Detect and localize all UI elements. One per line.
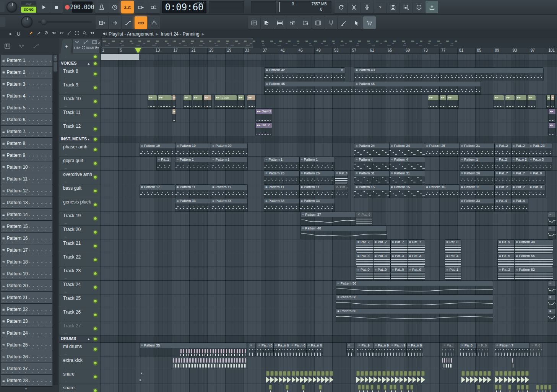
audio-mode-icon[interactable] [19,43,25,50]
playlist-clip[interactable]: ≡Pa..n 9 [373,343,390,356]
playlist-clip[interactable]: ≡Pat..0 [356,267,373,280]
playlist-clip[interactable]: ≡Pattern 1 [264,157,299,170]
track-led[interactable] [93,313,97,317]
track-row[interactable]: Track 8... [59,67,100,81]
snare-hit-clip[interactable] [304,371,308,384]
main-volume-knob[interactable] [6,2,17,12]
playlist-clip[interactable]: ≡Pat..3 [356,254,373,267]
track-led[interactable] [93,189,97,193]
snare-hit-clip[interactable] [356,371,360,384]
playlist-clip[interactable]: ▶▶ [247,95,255,108]
delete-tool[interactable] [43,30,50,37]
snare-hit-clip[interactable] [296,371,300,384]
snare-hit-clip[interactable] [406,385,409,390]
pattern-list-item[interactable]: ≡Pattern 6 [1,114,52,125]
playlist-clip[interactable]: ▶▶ [505,95,515,108]
timeline-ruler[interactable]: 1591317212529333741454953576165697377818… [100,48,557,54]
clip-header[interactable]: ≡Pattern 26 [460,171,494,176]
clip-header[interactable]: ≡Pattern 11 [300,185,335,190]
playlist-clip[interactable]: ≡Pattern 11 [175,185,211,198]
clip-header[interactable]: ≡Pattern 11 [460,185,494,190]
snare-hit-clip[interactable] [412,371,416,384]
snare-hit-clip[interactable] [274,371,278,384]
playlist-clip[interactable]: ≡Pattern 1 [175,157,211,170]
playlist-clip[interactable]: ≡Pattern 16 [425,185,460,198]
snare-hit-clip[interactable] [404,371,408,384]
snare-hit-clip[interactable] [317,371,321,384]
playlist-clip[interactable]: ▶▶ [158,95,171,108]
track-name[interactable]: Track 11 [63,110,80,115]
snare-hit-clip[interactable] [479,371,483,384]
pitch-slider-track[interactable] [38,21,92,23]
clip-header[interactable]: ≡Pa..1 [157,157,171,162]
snare-hit-clip[interactable] [526,385,529,390]
track-led[interactable] [93,55,97,59]
snare-hit-clip[interactable] [270,371,274,384]
playlist-clip[interactable]: ≡Pat..0 [391,267,408,280]
mute-tool[interactable] [50,30,58,37]
draw-tool[interactable] [28,30,35,37]
clip-header[interactable]: ≡Pat..0 [408,267,425,272]
playlist-clip[interactable]: ≡Pattern 11 [460,185,494,198]
clip-header[interactable]: ≡Pattern 1 [211,157,247,162]
grid-row[interactable] [100,54,557,60]
playlist-clip[interactable]: ≡Pattern 15 [354,185,389,198]
pattern-list-item[interactable]: ≡Pattern 24 [1,327,52,339]
clip-header[interactable]: ≡Pattern 31 [354,171,389,176]
pattern-grid-button[interactable] [96,16,108,29]
copy-button[interactable] [338,16,350,29]
playlist-clip[interactable]: ≡ [548,281,555,294]
track-led[interactable] [93,62,97,66]
playlist-clip[interactable]: ≡Pat..7 [356,240,373,253]
song-label[interactable]: SONG [21,7,36,13]
track-led[interactable] [93,127,97,131]
track-led[interactable] [93,258,97,262]
clip-header[interactable]: ≡Pattern 4 [354,157,389,162]
clip-header[interactable]: ▶▶ [528,95,536,100]
clip-header[interactable]: ≡Pa..9 [498,240,514,245]
playhead-marker[interactable] [135,48,141,53]
track-row[interactable]: Track 9... [59,81,100,95]
shop-button[interactable] [363,16,376,29]
clip-header[interactable]: ≡ [548,295,555,300]
track-name[interactable]: Track 22 [63,254,81,260]
track-row[interactable]: Track 12... [59,122,100,136]
playlist-clip[interactable]: ≡Pat..7 [408,240,425,253]
playlist-clip[interactable]: ▶▶ [148,95,157,108]
grid-row[interactable] [100,60,557,67]
pattern-list-item[interactable]: ≡Pattern 9 [1,150,52,161]
pattern-list-item[interactable]: ≡Pattern 8 [1,138,52,149]
playlist-clip[interactable]: ≡Pat..3 [391,254,408,267]
track-name[interactable]: genesis pluck [63,199,91,205]
automation-mode-icon[interactable] [33,43,39,50]
track-row[interactable]: Track 23... [59,267,100,281]
clip-header[interactable]: ≡P..8 [530,343,542,348]
track-name[interactable]: phaser amh [63,144,87,150]
clip-header[interactable]: ≡ [548,281,555,286]
clip-header[interactable]: ≡ [548,226,555,231]
track-led[interactable] [93,175,97,179]
snare-hit-clip[interactable] [377,385,380,390]
playlist-clip[interactable]: ≡Pa..n 6 [257,343,273,356]
track-led[interactable] [93,99,97,104]
collapse-icon[interactable]: ▲ [87,62,90,65]
playlist-clip[interactable]: ≡Pattern 33 [211,198,247,211]
track-row[interactable]: Track 20... [59,226,100,239]
clip-header[interactable]: ≡Pat..0 [391,267,408,272]
snare-hit-clip[interactable] [287,371,291,384]
touch-button[interactable] [350,16,363,29]
clip-header[interactable]: ≡ [249,343,256,348]
snare-hit-clip[interactable] [512,371,516,384]
download-button[interactable] [425,1,438,13]
clip-header[interactable]: ≡Pa..n 9 [407,343,423,348]
snare-hit-clip[interactable] [521,371,525,384]
track-name[interactable]: Track 19 [63,213,81,218]
clip-header[interactable]: ≡Pa..9 [357,343,373,348]
playlist-clip[interactable]: ≡Pattern 4 [390,157,424,170]
track-group-header[interactable]: DRUMS▲ [59,336,100,343]
clip-header[interactable]: ≡Pattern 15 [390,185,424,190]
playlist-clip[interactable]: ≡Pat..7 [391,240,408,253]
playlist-magnet-icon[interactable] [15,31,22,37]
track-led[interactable] [93,137,97,142]
playlist-clip[interactable]: ≡Pat..9 [335,171,348,184]
